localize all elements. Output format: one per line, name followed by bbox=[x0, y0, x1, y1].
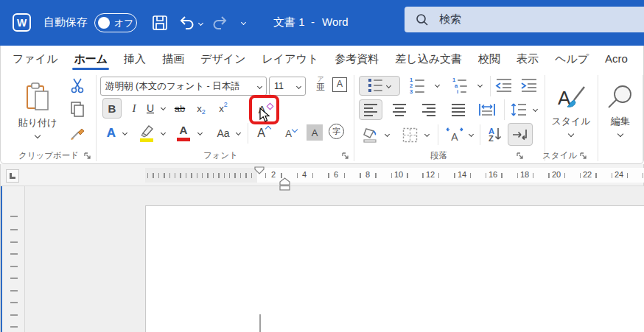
text-effects-chevron-icon[interactable] bbox=[122, 130, 127, 135]
document-page[interactable] bbox=[145, 205, 644, 332]
tab-file[interactable]: ファイル bbox=[4, 46, 66, 71]
clipboard-dialog-launcher-icon[interactable] bbox=[83, 152, 91, 160]
grow-font-button[interactable]: A bbox=[253, 123, 275, 144]
borders-chevron-icon[interactable] bbox=[424, 132, 430, 137]
ruler-number: 14 bbox=[455, 170, 469, 180]
change-case-chevron-icon[interactable] bbox=[236, 130, 241, 135]
line-spacing-chevron-icon[interactable] bbox=[533, 107, 538, 112]
tab-selector[interactable] bbox=[6, 169, 19, 183]
enclose-characters-icon: 字 bbox=[332, 126, 340, 137]
subscript-button[interactable]: x 2 bbox=[192, 98, 210, 119]
vruler-tick bbox=[10, 314, 18, 316]
change-case-button[interactable]: Aa bbox=[213, 123, 234, 144]
cut-icon[interactable] bbox=[69, 77, 85, 93]
tab-help[interactable]: ヘルプ bbox=[547, 46, 597, 71]
line-spacing-icon bbox=[511, 102, 527, 117]
tab-view[interactable]: 表示 bbox=[508, 46, 547, 71]
align-right-button[interactable] bbox=[418, 99, 440, 120]
ruler-number: 20 bbox=[550, 170, 563, 180]
copy-icon[interactable] bbox=[69, 101, 85, 117]
word-logo-icon[interactable]: W bbox=[12, 13, 32, 32]
paragraph-dialog-launcher-icon[interactable] bbox=[516, 152, 524, 160]
document-canvas[interactable] bbox=[0, 186, 644, 332]
quick-access-chevron-icon[interactable] bbox=[241, 20, 246, 25]
tab-layout[interactable]: レイアウト bbox=[254, 46, 327, 71]
group-separator bbox=[643, 75, 643, 161]
font-name-combobox[interactable]: 游明朝 (本文のフォント - 日本語 bbox=[100, 77, 267, 96]
vruler-tick bbox=[10, 278, 18, 279]
styles-chevron-icon[interactable] bbox=[568, 130, 574, 136]
line-spacing-button[interactable] bbox=[508, 99, 530, 120]
font-color-chevron-icon[interactable] bbox=[197, 130, 203, 135]
paste-dropdown-chevron-icon[interactable] bbox=[35, 133, 41, 138]
edit-chevron-icon[interactable] bbox=[617, 130, 623, 136]
edit-button[interactable]: 編集 bbox=[598, 76, 643, 144]
highlight-color-button[interactable] bbox=[137, 123, 156, 144]
text-effects-button[interactable]: A bbox=[102, 123, 120, 144]
enclose-characters-button[interactable]: 字 bbox=[329, 124, 344, 139]
undo-dropdown-chevron-icon[interactable] bbox=[198, 21, 203, 26]
font-dialog-launcher-icon[interactable] bbox=[341, 152, 349, 160]
word-window: W 自動保存 オフ 文書 1 - Word 検索 bbox=[0, 0, 644, 332]
italic-button[interactable]: I bbox=[127, 98, 141, 119]
underline-dropdown-chevron-icon[interactable] bbox=[161, 105, 166, 110]
tab-references[interactable]: 参考資料 bbox=[326, 46, 387, 71]
underline-button[interactable]: U bbox=[143, 98, 158, 119]
character-shading-button[interactable]: A bbox=[307, 124, 323, 141]
numbering-chevron-icon[interactable] bbox=[435, 82, 440, 88]
tab-home[interactable]: ホーム bbox=[66, 46, 116, 71]
superscript-small: 2 bbox=[224, 101, 228, 108]
mouse-cursor-icon bbox=[259, 107, 271, 124]
asian-layout-chevron-icon[interactable] bbox=[469, 132, 474, 137]
bold-button[interactable]: B bbox=[102, 98, 122, 119]
search-input[interactable]: 検索 bbox=[405, 7, 644, 32]
distribute-button[interactable] bbox=[475, 99, 499, 120]
paste-button[interactable]: 貼り付け bbox=[17, 76, 58, 144]
phonetic-guide-button[interactable]: ア 亜 bbox=[313, 76, 328, 96]
tab-acrobat[interactable]: Acro bbox=[597, 46, 636, 71]
decrease-indent-icon[interactable] bbox=[494, 77, 514, 93]
bullets-chevron-icon[interactable] bbox=[386, 83, 391, 88]
font-size-combobox[interactable]: 11 bbox=[269, 77, 306, 96]
numbering-button[interactable]: 1 2 3 bbox=[405, 76, 430, 96]
tab-design[interactable]: デザイン bbox=[192, 46, 253, 71]
align-center-icon bbox=[392, 103, 407, 116]
tab-insert[interactable]: 挿入 bbox=[116, 46, 154, 71]
styles-icon: A bbox=[556, 84, 586, 113]
sort-button[interactable]: A Z bbox=[484, 124, 506, 145]
autosave-toggle[interactable]: オフ bbox=[94, 13, 137, 32]
tab-review[interactable]: 校閲 bbox=[470, 46, 508, 71]
bullets-button[interactable] bbox=[359, 76, 400, 96]
redo-icon[interactable] bbox=[211, 14, 228, 32]
shading-button[interactable] bbox=[359, 124, 381, 145]
multilevel-chevron-icon[interactable] bbox=[477, 82, 483, 88]
styles-dialog-launcher-icon[interactable] bbox=[579, 152, 587, 160]
font-color-button[interactable]: A bbox=[174, 123, 193, 144]
show-formatting-marks-button[interactable] bbox=[508, 123, 533, 146]
tab-mailings[interactable]: 差し込み文書 bbox=[387, 46, 470, 71]
save-icon[interactable] bbox=[151, 14, 169, 32]
align-left-button[interactable] bbox=[359, 99, 382, 120]
paste-label: 貼り付け bbox=[18, 116, 57, 130]
shrink-font-button[interactable]: A bbox=[281, 123, 301, 144]
character-border-button[interactable]: A bbox=[332, 77, 347, 92]
font-color-icon: A bbox=[180, 124, 188, 136]
asian-layout-button[interactable]: A bbox=[443, 124, 466, 145]
styles-button[interactable]: A スタイル bbox=[547, 76, 595, 144]
strikethrough-button[interactable]: ab bbox=[170, 98, 189, 119]
multilevel-list-button[interactable]: 1 a i bbox=[447, 76, 472, 96]
superscript-button[interactable]: x 2 bbox=[214, 98, 232, 119]
first-line-indent-marker[interactable] bbox=[254, 166, 265, 174]
align-center-button[interactable] bbox=[388, 99, 410, 120]
increase-indent-icon[interactable] bbox=[519, 77, 539, 93]
justify-button[interactable] bbox=[447, 99, 469, 120]
hanging-indent-marker[interactable] bbox=[279, 177, 291, 191]
borders-button[interactable] bbox=[399, 124, 421, 145]
tab-draw[interactable]: 描画 bbox=[154, 46, 192, 71]
vruler-tick bbox=[10, 302, 18, 303]
highlight-color-chevron-icon[interactable] bbox=[161, 130, 166, 135]
shading-chevron-icon[interactable] bbox=[385, 132, 390, 137]
autosave-label: 自動保存 bbox=[43, 15, 88, 29]
undo-icon[interactable] bbox=[178, 14, 196, 32]
format-painter-icon[interactable] bbox=[69, 124, 86, 142]
